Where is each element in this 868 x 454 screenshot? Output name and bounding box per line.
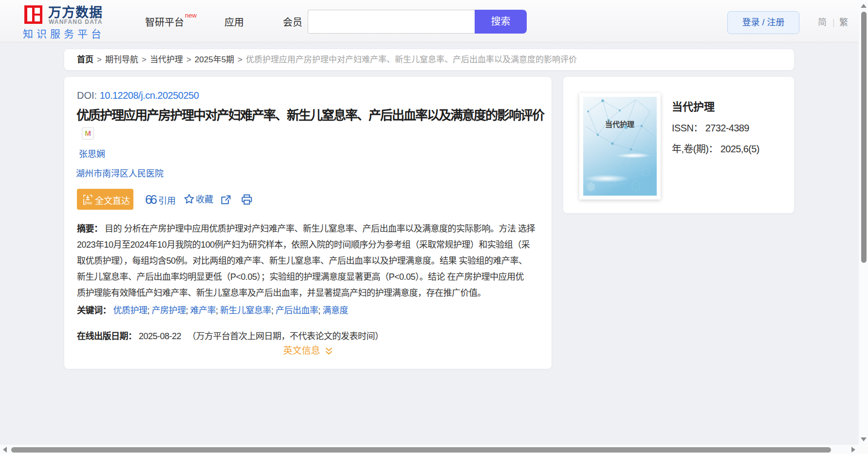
svg-text:free: free: [85, 200, 92, 205]
svg-text:当代护理: 当代护理: [605, 120, 634, 128]
